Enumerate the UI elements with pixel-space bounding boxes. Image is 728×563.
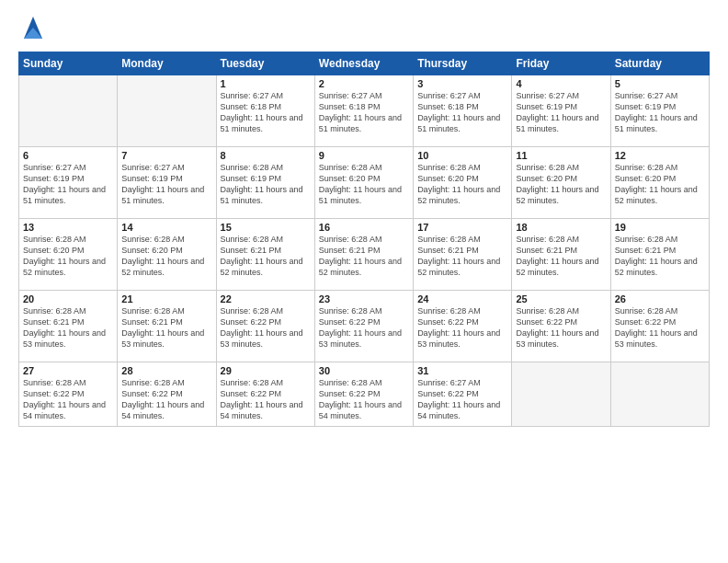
week-row-2: 6Sunrise: 6:27 AMSunset: 6:19 PMDaylight… (19, 147, 710, 219)
calendar-cell: 31Sunrise: 6:27 AMSunset: 6:22 PMDayligh… (414, 362, 512, 427)
day-number: 16 (319, 222, 409, 233)
day-info: Sunrise: 6:28 AMSunset: 6:20 PMDaylight:… (417, 162, 507, 207)
day-number: 22 (221, 293, 311, 304)
day-number: 4 (516, 78, 606, 89)
calendar-cell: 2Sunrise: 6:27 AMSunset: 6:18 PMDaylight… (314, 75, 413, 147)
weekday-header-monday: Monday (118, 52, 216, 75)
day-info: Sunrise: 6:28 AMSunset: 6:21 PMDaylight:… (516, 234, 606, 279)
day-info: Sunrise: 6:28 AMSunset: 6:22 PMDaylight:… (221, 305, 311, 350)
logo (18, 17, 46, 42)
day-number: 12 (615, 150, 705, 161)
day-number: 9 (319, 150, 409, 161)
day-info: Sunrise: 6:27 AMSunset: 6:19 PMDaylight:… (516, 90, 606, 135)
weekday-header-row: SundayMondayTuesdayWednesdayThursdayFrid… (19, 52, 710, 75)
calendar-cell (610, 362, 709, 427)
day-number: 28 (121, 365, 211, 376)
day-number: 10 (417, 150, 507, 161)
day-number: 30 (319, 365, 409, 376)
day-number: 26 (615, 293, 705, 304)
calendar-cell: 9Sunrise: 6:28 AMSunset: 6:20 PMDaylight… (314, 147, 413, 219)
calendar-cell: 6Sunrise: 6:27 AMSunset: 6:19 PMDaylight… (19, 147, 118, 219)
day-number: 3 (417, 78, 507, 89)
day-info: Sunrise: 6:28 AMSunset: 6:22 PMDaylight:… (319, 305, 409, 350)
calendar-cell: 24Sunrise: 6:28 AMSunset: 6:22 PMDayligh… (414, 291, 512, 362)
day-info: Sunrise: 6:28 AMSunset: 6:20 PMDaylight:… (516, 162, 606, 207)
day-info: Sunrise: 6:27 AMSunset: 6:18 PMDaylight:… (221, 90, 311, 135)
day-number: 17 (417, 222, 507, 233)
calendar-cell: 30Sunrise: 6:28 AMSunset: 6:22 PMDayligh… (314, 362, 413, 427)
weekday-header-thursday: Thursday (414, 52, 512, 75)
calendar-cell: 11Sunrise: 6:28 AMSunset: 6:20 PMDayligh… (512, 147, 610, 219)
calendar-cell: 21Sunrise: 6:28 AMSunset: 6:21 PMDayligh… (118, 291, 216, 362)
day-info: Sunrise: 6:27 AMSunset: 6:19 PMDaylight:… (615, 90, 705, 135)
day-info: Sunrise: 6:27 AMSunset: 6:19 PMDaylight:… (121, 162, 211, 207)
calendar-cell: 17Sunrise: 6:28 AMSunset: 6:21 PMDayligh… (414, 219, 512, 291)
day-info: Sunrise: 6:27 AMSunset: 6:18 PMDaylight:… (319, 90, 409, 135)
weekday-header-friday: Friday (512, 52, 610, 75)
week-row-5: 27Sunrise: 6:28 AMSunset: 6:22 PMDayligh… (19, 362, 710, 427)
day-number: 20 (23, 293, 113, 304)
calendar-cell: 7Sunrise: 6:27 AMSunset: 6:19 PMDaylight… (118, 147, 216, 219)
day-info: Sunrise: 6:28 AMSunset: 6:21 PMDaylight:… (221, 234, 311, 279)
day-number: 15 (221, 222, 311, 233)
calendar-cell: 18Sunrise: 6:28 AMSunset: 6:21 PMDayligh… (512, 219, 610, 291)
weekday-header-sunday: Sunday (19, 52, 118, 75)
day-number: 11 (516, 150, 606, 161)
day-number: 14 (121, 222, 211, 233)
day-number: 19 (615, 222, 705, 233)
calendar-cell (118, 75, 216, 147)
calendar-cell: 29Sunrise: 6:28 AMSunset: 6:22 PMDayligh… (216, 362, 314, 427)
week-row-3: 13Sunrise: 6:28 AMSunset: 6:20 PMDayligh… (19, 219, 710, 291)
day-info: Sunrise: 6:28 AMSunset: 6:21 PMDaylight:… (615, 234, 705, 279)
header (18, 17, 710, 42)
calendar-cell: 15Sunrise: 6:28 AMSunset: 6:21 PMDayligh… (216, 219, 314, 291)
calendar-cell: 27Sunrise: 6:28 AMSunset: 6:22 PMDayligh… (19, 362, 118, 427)
calendar-cell: 25Sunrise: 6:28 AMSunset: 6:22 PMDayligh… (512, 291, 610, 362)
day-info: Sunrise: 6:28 AMSunset: 6:19 PMDaylight:… (221, 162, 311, 207)
day-number: 25 (516, 293, 606, 304)
day-info: Sunrise: 6:28 AMSunset: 6:20 PMDaylight:… (23, 234, 113, 279)
day-info: Sunrise: 6:28 AMSunset: 6:22 PMDaylight:… (516, 305, 606, 350)
calendar-table: SundayMondayTuesdayWednesdayThursdayFrid… (18, 52, 710, 427)
calendar-cell (512, 362, 610, 427)
day-number: 5 (615, 78, 705, 89)
calendar-cell: 3Sunrise: 6:27 AMSunset: 6:18 PMDaylight… (414, 75, 512, 147)
day-info: Sunrise: 6:28 AMSunset: 6:22 PMDaylight:… (319, 377, 409, 422)
day-info: Sunrise: 6:28 AMSunset: 6:20 PMDaylight:… (615, 162, 705, 207)
weekday-header-tuesday: Tuesday (216, 52, 314, 75)
day-info: Sunrise: 6:28 AMSunset: 6:22 PMDaylight:… (23, 377, 113, 422)
calendar-cell: 23Sunrise: 6:28 AMSunset: 6:22 PMDayligh… (314, 291, 413, 362)
day-info: Sunrise: 6:28 AMSunset: 6:21 PMDaylight:… (319, 234, 409, 279)
day-number: 18 (516, 222, 606, 233)
weekday-header-wednesday: Wednesday (314, 52, 413, 75)
calendar-cell: 13Sunrise: 6:28 AMSunset: 6:20 PMDayligh… (19, 219, 118, 291)
day-number: 27 (23, 365, 113, 376)
day-number: 13 (23, 222, 113, 233)
day-number: 7 (121, 150, 211, 161)
day-number: 1 (221, 78, 311, 89)
calendar-cell: 16Sunrise: 6:28 AMSunset: 6:21 PMDayligh… (314, 219, 413, 291)
calendar-cell: 26Sunrise: 6:28 AMSunset: 6:22 PMDayligh… (610, 291, 709, 362)
week-row-1: 1Sunrise: 6:27 AMSunset: 6:18 PMDaylight… (19, 75, 710, 147)
day-number: 29 (221, 365, 311, 376)
day-number: 2 (319, 78, 409, 89)
day-info: Sunrise: 6:28 AMSunset: 6:22 PMDaylight:… (121, 377, 211, 422)
week-row-4: 20Sunrise: 6:28 AMSunset: 6:21 PMDayligh… (19, 291, 710, 362)
day-info: Sunrise: 6:28 AMSunset: 6:22 PMDaylight:… (417, 305, 507, 350)
calendar-cell: 19Sunrise: 6:28 AMSunset: 6:21 PMDayligh… (610, 219, 709, 291)
day-number: 24 (417, 293, 507, 304)
day-info: Sunrise: 6:28 AMSunset: 6:21 PMDaylight:… (121, 305, 211, 350)
calendar-cell: 10Sunrise: 6:28 AMSunset: 6:20 PMDayligh… (414, 147, 512, 219)
calendar-cell: 1Sunrise: 6:27 AMSunset: 6:18 PMDaylight… (216, 75, 314, 147)
day-info: Sunrise: 6:28 AMSunset: 6:21 PMDaylight:… (417, 234, 507, 279)
logo-icon (20, 13, 46, 42)
calendar-cell: 12Sunrise: 6:28 AMSunset: 6:20 PMDayligh… (610, 147, 709, 219)
day-info: Sunrise: 6:27 AMSunset: 6:18 PMDaylight:… (417, 90, 507, 135)
day-number: 8 (221, 150, 311, 161)
day-number: 6 (23, 150, 113, 161)
calendar-cell: 22Sunrise: 6:28 AMSunset: 6:22 PMDayligh… (216, 291, 314, 362)
day-number: 31 (417, 365, 507, 376)
day-info: Sunrise: 6:27 AMSunset: 6:19 PMDaylight:… (23, 162, 113, 207)
day-number: 21 (121, 293, 211, 304)
day-number: 23 (319, 293, 409, 304)
